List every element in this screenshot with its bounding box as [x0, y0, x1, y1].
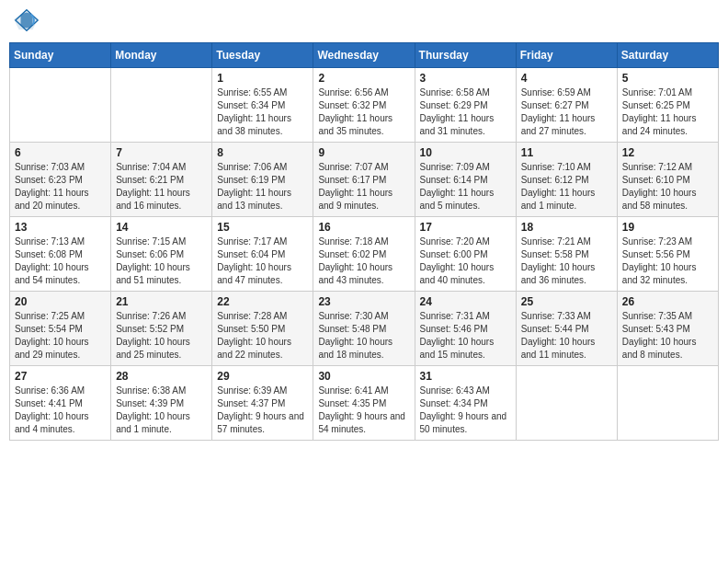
day-cell: 16Sunrise: 7:18 AMSunset: 6:02 PMDayligh…: [313, 217, 415, 292]
day-number: 22: [217, 295, 308, 308]
day-info: Sunrise: 7:25 AMSunset: 5:54 PMDaylight:…: [15, 310, 106, 362]
day-info: Sunrise: 6:56 AMSunset: 6:32 PMDaylight:…: [318, 86, 409, 138]
day-cell: 7Sunrise: 7:04 AMSunset: 6:21 PMDaylight…: [111, 143, 212, 217]
weekday-header-sunday: Sunday: [10, 43, 111, 68]
day-cell: 30Sunrise: 6:41 AMSunset: 4:35 PMDayligh…: [313, 366, 415, 441]
day-info: Sunrise: 6:38 AMSunset: 4:39 PMDaylight:…: [116, 385, 207, 436]
weekday-header-friday: Friday: [516, 43, 617, 68]
day-info: Sunrise: 6:43 AMSunset: 4:34 PMDaylight:…: [420, 385, 511, 436]
day-number: 1: [217, 72, 308, 85]
day-cell: 18Sunrise: 7:21 AMSunset: 5:58 PMDayligh…: [516, 217, 617, 292]
day-info: Sunrise: 7:15 AMSunset: 6:06 PMDaylight:…: [116, 236, 207, 287]
page-header: [9, 9, 719, 35]
day-cell: [111, 68, 212, 143]
week-row-3: 13Sunrise: 7:13 AMSunset: 6:08 PMDayligh…: [10, 217, 719, 292]
weekday-header-wednesday: Wednesday: [313, 43, 415, 68]
day-number: 29: [217, 370, 308, 383]
day-number: 15: [217, 221, 308, 234]
day-cell: 2Sunrise: 6:56 AMSunset: 6:32 PMDaylight…: [313, 68, 415, 143]
day-info: Sunrise: 7:01 AMSunset: 6:25 PMDaylight:…: [622, 86, 713, 138]
day-number: 2: [318, 72, 409, 85]
week-row-5: 27Sunrise: 6:36 AMSunset: 4:41 PMDayligh…: [10, 366, 719, 441]
weekday-header-thursday: Thursday: [415, 43, 516, 68]
day-cell: 13Sunrise: 7:13 AMSunset: 6:08 PMDayligh…: [10, 217, 111, 292]
day-cell: 8Sunrise: 7:06 AMSunset: 6:19 PMDaylight…: [212, 143, 313, 217]
day-number: 6: [15, 146, 106, 159]
day-cell: 24Sunrise: 7:31 AMSunset: 5:46 PMDayligh…: [415, 292, 516, 366]
day-cell: 10Sunrise: 7:09 AMSunset: 6:14 PMDayligh…: [415, 143, 516, 217]
day-info: Sunrise: 7:03 AMSunset: 6:23 PMDaylight:…: [15, 161, 106, 213]
day-cell: 17Sunrise: 7:20 AMSunset: 6:00 PMDayligh…: [415, 217, 516, 292]
day-number: 26: [622, 295, 713, 308]
day-info: Sunrise: 7:23 AMSunset: 5:56 PMDaylight:…: [622, 236, 713, 287]
day-cell: 6Sunrise: 7:03 AMSunset: 6:23 PMDaylight…: [10, 143, 111, 217]
day-cell: 19Sunrise: 7:23 AMSunset: 5:56 PMDayligh…: [617, 217, 718, 292]
day-info: Sunrise: 7:13 AMSunset: 6:08 PMDaylight:…: [15, 236, 106, 287]
day-cell: 28Sunrise: 6:38 AMSunset: 4:39 PMDayligh…: [111, 366, 212, 441]
day-cell: 21Sunrise: 7:26 AMSunset: 5:52 PMDayligh…: [111, 292, 212, 366]
day-cell: 11Sunrise: 7:10 AMSunset: 6:12 PMDayligh…: [516, 143, 617, 217]
day-info: Sunrise: 7:17 AMSunset: 6:04 PMDaylight:…: [217, 236, 308, 287]
day-info: Sunrise: 7:35 AMSunset: 5:43 PMDaylight:…: [622, 310, 713, 362]
day-number: 23: [318, 295, 409, 308]
day-info: Sunrise: 6:41 AMSunset: 4:35 PMDaylight:…: [318, 385, 409, 436]
day-number: 11: [521, 146, 612, 159]
day-cell: 29Sunrise: 6:39 AMSunset: 4:37 PMDayligh…: [212, 366, 313, 441]
day-cell: 23Sunrise: 7:30 AMSunset: 5:48 PMDayligh…: [313, 292, 415, 366]
day-cell: [617, 366, 718, 441]
day-number: 24: [420, 295, 511, 308]
day-number: 30: [318, 370, 409, 383]
day-number: 14: [116, 221, 207, 234]
day-cell: [10, 68, 111, 143]
weekday-header-row: SundayMondayTuesdayWednesdayThursdayFrid…: [10, 43, 719, 68]
day-cell: 15Sunrise: 7:17 AMSunset: 6:04 PMDayligh…: [212, 217, 313, 292]
day-number: 17: [420, 221, 511, 234]
day-info: Sunrise: 7:31 AMSunset: 5:46 PMDaylight:…: [420, 310, 511, 362]
day-info: Sunrise: 6:39 AMSunset: 4:37 PMDaylight:…: [217, 385, 308, 436]
week-row-4: 20Sunrise: 7:25 AMSunset: 5:54 PMDayligh…: [10, 292, 719, 366]
day-number: 27: [15, 370, 106, 383]
day-number: 25: [521, 295, 612, 308]
day-number: 9: [318, 146, 409, 159]
calendar-table: SundayMondayTuesdayWednesdayThursdayFrid…: [9, 42, 719, 441]
day-cell: 27Sunrise: 6:36 AMSunset: 4:41 PMDayligh…: [10, 366, 111, 441]
weekday-header-monday: Monday: [111, 43, 212, 68]
logo-icon: [14, 7, 40, 33]
day-number: 10: [420, 146, 511, 159]
day-info: Sunrise: 7:33 AMSunset: 5:44 PMDaylight:…: [521, 310, 612, 362]
day-number: 16: [318, 221, 409, 234]
day-cell: 5Sunrise: 7:01 AMSunset: 6:25 PMDaylight…: [617, 68, 718, 143]
day-number: 18: [521, 221, 612, 234]
weekday-header-tuesday: Tuesday: [212, 43, 313, 68]
day-cell: 22Sunrise: 7:28 AMSunset: 5:50 PMDayligh…: [212, 292, 313, 366]
day-number: 4: [521, 72, 612, 85]
day-cell: 3Sunrise: 6:58 AMSunset: 6:29 PMDaylight…: [415, 68, 516, 143]
day-number: 8: [217, 146, 308, 159]
day-cell: 1Sunrise: 6:55 AMSunset: 6:34 PMDaylight…: [212, 68, 313, 143]
day-number: 7: [116, 146, 207, 159]
day-cell: 25Sunrise: 7:33 AMSunset: 5:44 PMDayligh…: [516, 292, 617, 366]
day-cell: 26Sunrise: 7:35 AMSunset: 5:43 PMDayligh…: [617, 292, 718, 366]
day-info: Sunrise: 6:59 AMSunset: 6:27 PMDaylight:…: [521, 86, 612, 138]
day-info: Sunrise: 6:36 AMSunset: 4:41 PMDaylight:…: [15, 385, 106, 436]
day-info: Sunrise: 6:55 AMSunset: 6:34 PMDaylight:…: [217, 86, 308, 138]
weekday-header-saturday: Saturday: [617, 43, 718, 68]
day-info: Sunrise: 7:26 AMSunset: 5:52 PMDaylight:…: [116, 310, 207, 362]
day-cell: [516, 366, 617, 441]
day-info: Sunrise: 7:04 AMSunset: 6:21 PMDaylight:…: [116, 161, 207, 213]
day-number: 28: [116, 370, 207, 383]
day-info: Sunrise: 7:06 AMSunset: 6:19 PMDaylight:…: [217, 161, 308, 213]
day-info: Sunrise: 7:10 AMSunset: 6:12 PMDaylight:…: [521, 161, 612, 213]
week-row-2: 6Sunrise: 7:03 AMSunset: 6:23 PMDaylight…: [10, 143, 719, 217]
day-info: Sunrise: 7:30 AMSunset: 5:48 PMDaylight:…: [318, 310, 409, 362]
day-number: 31: [420, 370, 511, 383]
logo: [14, 9, 43, 35]
day-info: Sunrise: 7:20 AMSunset: 6:00 PMDaylight:…: [420, 236, 511, 287]
day-number: 21: [116, 295, 207, 308]
day-info: Sunrise: 7:18 AMSunset: 6:02 PMDaylight:…: [318, 236, 409, 287]
day-info: Sunrise: 7:07 AMSunset: 6:17 PMDaylight:…: [318, 161, 409, 213]
week-row-1: 1Sunrise: 6:55 AMSunset: 6:34 PMDaylight…: [10, 68, 719, 143]
day-number: 13: [15, 221, 106, 234]
day-info: Sunrise: 6:58 AMSunset: 6:29 PMDaylight:…: [420, 86, 511, 138]
day-number: 5: [622, 72, 713, 85]
